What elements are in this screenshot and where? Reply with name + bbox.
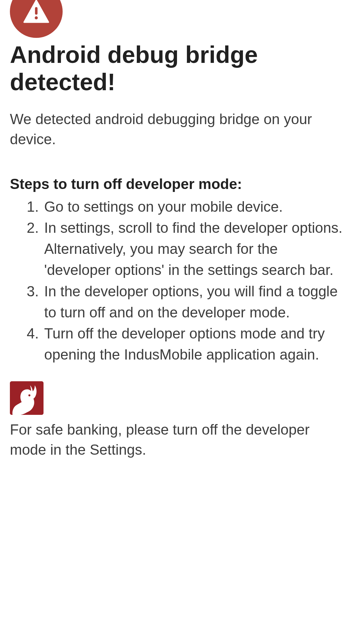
description-text: We detected android debugging bridge on … [10,109,346,149]
svg-point-1 [35,16,38,19]
svg-rect-0 [35,7,38,15]
list-item: Turn off the developer options mode and … [43,323,346,365]
list-item: In settings, scroll to find the develope… [43,217,346,281]
bull-silhouette-icon [10,381,44,415]
warning-triangle-icon [21,0,51,27]
footer-text: For safe banking, please turn off the de… [10,419,346,460]
steps-list: Go to settings on your mobile device. In… [10,196,346,365]
app-icon [10,381,44,415]
steps-heading: Steps to turn off developer mode: [10,176,346,192]
page-title: Android debug bridge detected! [10,41,346,96]
svg-point-3 [28,394,30,396]
list-item: Go to settings on your mobile device. [43,196,346,217]
list-item: In the developer options, you will find … [43,281,346,323]
warning-icon-container [10,0,63,38]
warning-icon-circle [10,0,63,38]
